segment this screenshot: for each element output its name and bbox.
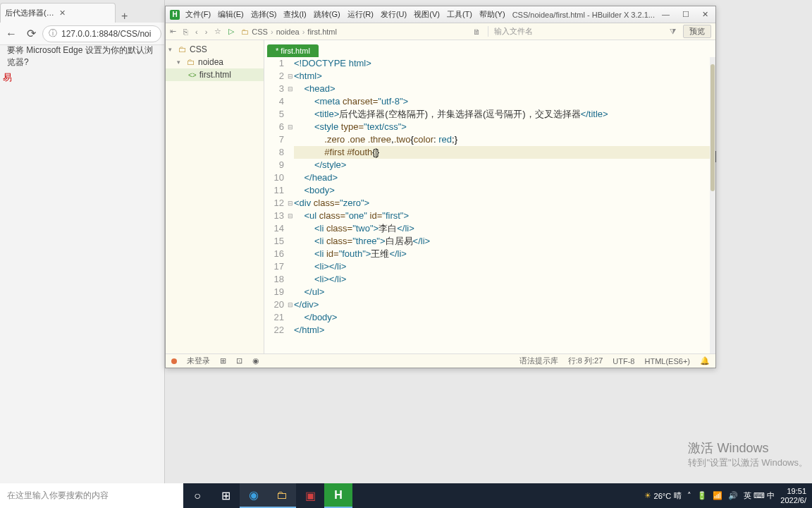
code-line[interactable]: </html>	[294, 324, 715, 337]
volume-icon[interactable]: 🔊	[728, 491, 738, 500]
code-line[interactable]: <ul class="one" id="first">	[294, 210, 715, 222]
battery-icon[interactable]: 🔋	[697, 491, 707, 500]
scrollbar[interactable]	[710, 57, 715, 353]
fold-icon[interactable]: ⊟	[287, 121, 294, 133]
fold-icon[interactable]	[287, 159, 294, 171]
menu-item[interactable]: 帮助(Y)	[476, 8, 508, 21]
preview-button[interactable]: 预览	[683, 25, 711, 38]
breadcrumb-item[interactable]: first.html	[307, 28, 337, 36]
new-tab-button[interactable]: +	[116, 10, 133, 23]
back-icon[interactable]: ←	[3, 25, 20, 42]
code-line[interactable]: <div class="zero">	[294, 197, 715, 210]
fold-icon[interactable]	[287, 260, 294, 273]
code-line[interactable]: #first #fouth{}	[294, 146, 715, 159]
close-icon[interactable]: ✕	[699, 10, 711, 19]
syntax-hint[interactable]: 语法提示库	[519, 356, 558, 366]
menu-item[interactable]: 选择(S)	[248, 8, 280, 21]
code-line[interactable]: </ul>	[294, 286, 715, 298]
weather-widget[interactable]: ☀ 26°C 晴	[644, 490, 682, 501]
tree-root[interactable]: ▾ 🗀 CSS	[166, 43, 264, 56]
terminal-icon[interactable]: ⎘	[183, 28, 188, 36]
menu-item[interactable]: 运行(R)	[345, 8, 376, 21]
login-status[interactable]: 未登录	[187, 356, 210, 366]
fold-icon[interactable]	[287, 286, 294, 298]
language-mode[interactable]: HTML(ES6+)	[645, 357, 691, 365]
panel-icon[interactable]: ◉	[252, 356, 259, 365]
close-icon[interactable]: ✕	[59, 8, 111, 18]
menu-item[interactable]: 视图(V)	[411, 8, 443, 21]
fold-icon[interactable]	[287, 108, 294, 121]
fold-icon[interactable]	[287, 311, 294, 324]
code-area[interactable]: 12345678910111213141516171819202122 ⊟⊟⊟⊟…	[264, 57, 715, 353]
browser-tab[interactable]: 后代选择器(空格隔开)，并集选择 ✕	[0, 3, 116, 23]
menu-item[interactable]: 跳转(G)	[311, 8, 343, 21]
code-line[interactable]: <li class="three">白居易</li>	[294, 235, 715, 248]
tree-file[interactable]: <> first.html	[166, 68, 264, 81]
code-line[interactable]: <body>	[294, 184, 715, 197]
code-line[interactable]: <title>后代选择器(空格隔开)，并集选择器(逗号隔开)，交叉选择器</ti…	[294, 108, 715, 121]
scroll-thumb[interactable]	[710, 64, 715, 191]
code-line[interactable]: <li></li>	[294, 260, 715, 273]
fold-icon[interactable]: ⊟	[287, 197, 294, 210]
panel-icon[interactable]: ⊞	[220, 356, 226, 365]
code-line[interactable]: .zero .one .three,.two{color: red;}	[294, 133, 715, 146]
code-line[interactable]: </style>	[294, 159, 715, 171]
maximize-icon[interactable]: ☐	[679, 10, 692, 19]
bell-icon[interactable]: 🔔	[700, 356, 710, 365]
code-line[interactable]: <li id="fouth">王维</li>	[294, 248, 715, 260]
ime-indicator[interactable]: 英 ⌨ 中	[744, 490, 775, 501]
encoding[interactable]: UTF-8	[613, 357, 634, 365]
fold-icon[interactable]: ⊟	[287, 83, 294, 95]
minimize-icon[interactable]: —	[659, 10, 672, 19]
fold-icon[interactable]	[287, 171, 294, 184]
fold-icon[interactable]: ⊟	[287, 210, 294, 222]
editor-tab[interactable]: * first.html	[267, 44, 319, 57]
fold-icon[interactable]	[287, 222, 294, 235]
code-line[interactable]: <li class="two">李白</li>	[294, 222, 715, 235]
code-line[interactable]: <style type="text/css">	[294, 121, 715, 133]
chevron-down-icon[interactable]: ▾	[177, 59, 184, 66]
titlebar[interactable]: H 文件(F)编辑(E)选择(S)查找(I)跳转(G)运行(R)发行(U)视图(…	[166, 6, 715, 23]
breadcrumb-item[interactable]: noidea	[276, 28, 300, 36]
cortana-icon[interactable]: ○	[183, 483, 211, 508]
fold-icon[interactable]	[287, 235, 294, 248]
menu-item[interactable]: 编辑(E)	[215, 8, 247, 21]
search-input[interactable]: 在这里输入你要搜索的内容	[0, 483, 183, 508]
tree-folder[interactable]: ▾ 🗀 noidea	[166, 56, 264, 68]
chevron-down-icon[interactable]: ▾	[168, 46, 176, 53]
explorer-icon[interactable]: 🗀	[268, 483, 296, 508]
app-icon[interactable]: ▣	[296, 483, 324, 508]
fold-icon[interactable]	[287, 248, 294, 260]
fold-icon[interactable]	[287, 184, 294, 197]
menu-item[interactable]: 工具(T)	[444, 8, 475, 21]
menu-item[interactable]: 发行(U)	[378, 8, 410, 21]
code-lines[interactable]: <!DOCTYPE html><html> <head> <meta chars…	[294, 57, 715, 353]
fold-icon[interactable]	[287, 146, 294, 159]
menu-item[interactable]: 文件(F)	[183, 8, 214, 21]
default-browser-prompt[interactable]: 要将 Microsoft Edge 设置为你的默认浏览器?	[0, 45, 164, 68]
nav-fwd-icon[interactable]: ›	[205, 28, 208, 36]
refresh-icon[interactable]: ⟳	[23, 25, 39, 42]
code-line[interactable]: <li></li>	[294, 273, 715, 286]
breadcrumb-item[interactable]: CSS	[252, 28, 268, 36]
menu-item[interactable]: 查找(I)	[281, 8, 309, 21]
code-line[interactable]: </body>	[294, 311, 715, 324]
file-input[interactable]: 输入文件名	[488, 26, 533, 37]
code-line[interactable]: </div>	[294, 298, 715, 311]
code-line[interactable]: <meta charset="utf-8">	[294, 95, 715, 108]
nav-back-icon[interactable]: ‹	[195, 28, 198, 36]
panel-icon[interactable]: ⊡	[236, 356, 242, 365]
chevron-up-icon[interactable]: ˄	[687, 491, 691, 500]
taskview-icon[interactable]: ⊞	[211, 483, 240, 508]
wifi-icon[interactable]: 📶	[713, 491, 722, 500]
address-bar[interactable]: ⓘ 127.0.0.1:8848/CSS/noi	[42, 25, 161, 42]
run-icon[interactable]: ▷	[228, 27, 234, 36]
fold-icon[interactable]	[287, 273, 294, 286]
fold-icon[interactable]: ⊟	[287, 70, 294, 83]
fold-icon[interactable]	[287, 95, 294, 108]
fold-icon[interactable]: ⊟	[287, 298, 294, 311]
filter-icon[interactable]: ⧩	[670, 27, 676, 36]
hbuilder-icon[interactable]: H	[324, 483, 352, 508]
fold-icon[interactable]	[287, 57, 294, 70]
star-icon[interactable]: ☆	[214, 27, 221, 36]
